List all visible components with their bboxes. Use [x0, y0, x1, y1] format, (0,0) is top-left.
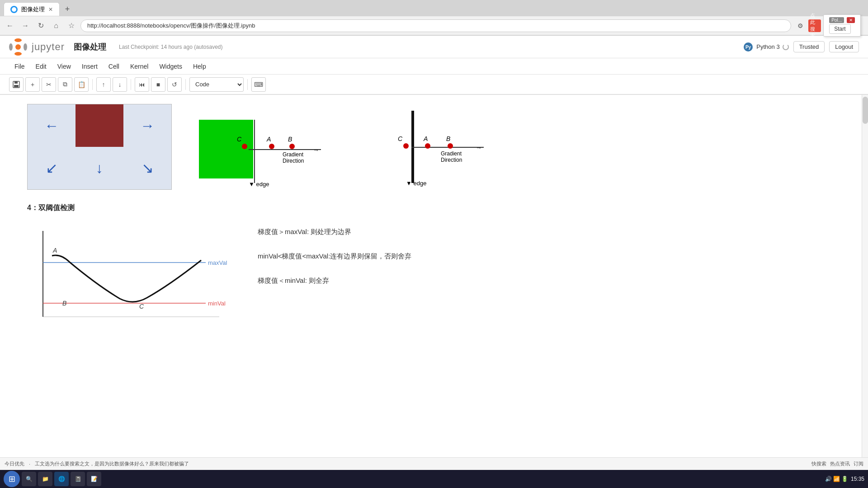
home-button[interactable]: ⌂ [50, 19, 62, 32]
menu-widgets[interactable]: Widgets [154, 61, 188, 72]
h-line-1 [249, 149, 321, 150]
separator-3 [185, 79, 186, 90]
separator-2 [131, 79, 131, 90]
label-grad-dir-1: GradientDirection [283, 151, 304, 164]
refresh-button[interactable]: ↻ [34, 19, 47, 32]
save-icon [13, 81, 20, 88]
copy-btn[interactable]: ⧉ [58, 77, 72, 92]
threshold-svg: maxVal minVal A B C [27, 226, 231, 326]
tab-close-btn[interactable]: ✕ [48, 6, 53, 13]
svg-text:Py: Py [745, 45, 751, 50]
python-icon: Py [743, 42, 754, 52]
move-up-btn[interactable]: ↑ [96, 77, 111, 92]
svg-rect-9 [14, 85, 19, 87]
search-icon-btn[interactable]: 点此搜索 [808, 19, 821, 32]
scrollbar[interactable] [862, 95, 868, 474]
status-hot[interactable]: 热点资讯 [830, 460, 850, 467]
svg-point-1 [14, 52, 22, 56]
svg-text:maxVal: maxVal [208, 259, 227, 266]
h-arrow-1: → [313, 146, 319, 154]
save-btn[interactable] [9, 77, 24, 92]
arrow-down: ↓ [75, 147, 123, 189]
svg-point-4 [15, 44, 21, 50]
status-actions: 快搜索 热点资讯 订阅 [811, 460, 863, 467]
threshold-section: maxVal minVal A B C 梯度值＞maxV [27, 226, 835, 326]
logout-button[interactable]: Logout [829, 41, 859, 52]
taskbar-notepad[interactable]: 📝 [87, 472, 101, 486]
menu-file[interactable]: File [9, 61, 30, 72]
taskbar-jupyter[interactable]: 📓 [71, 472, 85, 486]
tray-icon-3: 🔋 [841, 476, 848, 482]
status-date: 今日优先 [5, 460, 24, 467]
status-message: 工文选为什么要搜索之文，是因为比数据像体好么？原来我们都被骗了 [35, 460, 189, 467]
extensions-btn[interactable]: ⚙ [794, 19, 807, 32]
browser-chrome: 图像处理 ✕ + ← → ↻ ⌂ ☆ http://localhost:8888… [0, 0, 868, 36]
move-down-btn[interactable]: ↓ [113, 77, 127, 92]
menu-help[interactable]: Help [188, 61, 212, 72]
paste-btn[interactable]: 📋 [74, 77, 89, 92]
menu-cell[interactable]: Cell [103, 61, 125, 72]
svg-point-3 [24, 43, 27, 51]
taskbar-browser[interactable]: 🌐 [54, 472, 69, 486]
cell-type-select[interactable]: Code Markdown [189, 77, 244, 92]
trusted-button[interactable]: Trusted [793, 41, 825, 52]
checkpoint-info: Last Checkpoint: 14 hours ago (autosaved… [119, 44, 222, 50]
chart-label-2: minVal<梯度值<maxVal:连有边界则保留，否则舍弃 [258, 251, 411, 262]
new-tab-button[interactable]: + [61, 3, 73, 15]
point-c-2 [403, 143, 409, 149]
restart-btn[interactable]: ↺ [167, 77, 182, 92]
label-b-2: B [446, 135, 450, 142]
gradient-diagrams: → C A B GradientDirection ▼ edge [199, 106, 488, 188]
label-b-1: B [288, 136, 292, 143]
status-subscribe[interactable]: 订阅 [854, 460, 863, 467]
menu-kernel[interactable]: Kernel [125, 61, 154, 72]
chart-label-1: 梯度值＞maxVal: 则处理为边界 [258, 226, 411, 237]
browser-tab[interactable]: 图像处理 ✕ [4, 2, 60, 16]
add-cell-btn[interactable]: + [25, 77, 40, 92]
chart-labels: 梯度值＞maxVal: 则处理为边界 minVal<梯度值<maxVal:连有边… [258, 226, 411, 300]
threshold-chart: maxVal minVal A B C [27, 226, 231, 326]
keyboard-shortcuts-btn[interactable]: ⌨ [251, 77, 266, 92]
main-content: ← → ↙ ↓ ↘ → [0, 95, 868, 474]
address-bar[interactable]: http://localhost:8888/notebooks/opencv/图… [80, 19, 791, 32]
status-separator: · [29, 461, 30, 467]
taskbar-search[interactable]: 🔍 [22, 472, 36, 486]
tray-icon-1: 🔊 [825, 476, 832, 482]
tab-bar: 图像处理 ✕ + [0, 0, 868, 16]
section4-heading: 4：双阈值检测 [27, 203, 835, 213]
arrow-left: ← [28, 104, 75, 147]
svg-point-2 [9, 43, 13, 51]
arrow-grid-container: ← → ↙ ↓ ↘ [27, 104, 172, 190]
gradient-diagram-2: → C A B GradientDirection ▼ edge [362, 106, 488, 188]
svg-text:B: B [62, 300, 66, 307]
notebook-area: ← → ↙ ↓ ↘ → [0, 95, 862, 474]
status-search[interactable]: 快搜索 [811, 460, 826, 467]
point-a-2 [425, 143, 430, 149]
label-a-1: A [267, 136, 271, 143]
x-badge: ✕ [847, 17, 855, 23]
start-button[interactable]: ⊞ [4, 471, 20, 487]
label-c-2: C [398, 135, 402, 142]
menu-view[interactable]: View [52, 61, 76, 72]
taskbar-right: 🔊 📶 🔋 15:35 [825, 476, 864, 482]
point-b-2 [448, 143, 453, 149]
stop-btn[interactable]: ■ [151, 77, 165, 92]
menu-edit[interactable]: Edit [30, 61, 52, 72]
run-first-btn[interactable]: ⏮ [135, 77, 149, 92]
jupyter-logo-text: jupyter [32, 41, 65, 53]
toolbar: + ✂ ⧉ 📋 ↑ ↓ ⏮ ■ ↺ Code Markdown ⌨ [0, 75, 868, 94]
cut-btn[interactable]: ✂ [42, 77, 56, 92]
kernel-spinner [783, 44, 789, 50]
notebook-title[interactable]: 图像处理 [74, 42, 106, 52]
back-button[interactable]: ← [4, 19, 16, 32]
python-badge: Py Python 3 [743, 42, 788, 52]
bookmark-button[interactable]: ☆ [65, 19, 78, 32]
start-btn[interactable]: Start [829, 24, 850, 34]
taskbar-files[interactable]: 📁 [38, 472, 52, 486]
gradient-diagram-1: → C A B GradientDirection ▼ edge [199, 106, 326, 188]
green-block [199, 120, 253, 178]
windows-taskbar: ⊞ 🔍 📁 🌐 📓 📝 🔊 📶 🔋 15:35 [0, 470, 868, 488]
forward-button[interactable]: → [19, 19, 32, 32]
scroll-thumb[interactable] [863, 97, 868, 124]
menu-insert[interactable]: Insert [76, 61, 103, 72]
